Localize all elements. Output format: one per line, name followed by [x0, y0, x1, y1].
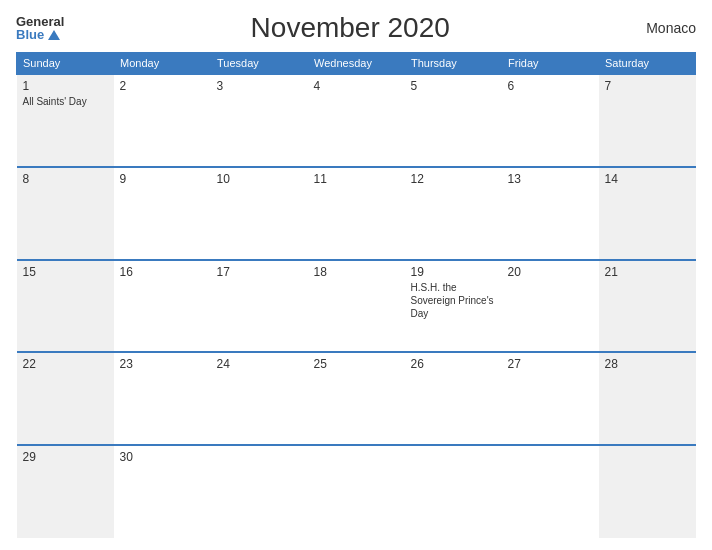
- day-cell-2-1: 16: [114, 260, 211, 353]
- week-row-2: 891011121314: [17, 167, 696, 260]
- calendar-page: General Blue November 2020 Monaco Sunday…: [0, 0, 712, 550]
- day-cell-3-1: 23: [114, 352, 211, 445]
- day-number: 8: [23, 172, 108, 186]
- day-cell-0-4: 5: [405, 74, 502, 167]
- day-number: 22: [23, 357, 108, 371]
- week-row-3: 1516171819H.S.H. the Sovereign Prince's …: [17, 260, 696, 353]
- day-cell-2-6: 21: [599, 260, 696, 353]
- logo: General Blue: [16, 15, 64, 41]
- day-cell-0-0: 1All Saints' Day: [17, 74, 114, 167]
- day-cell-0-5: 6: [502, 74, 599, 167]
- day-cell-4-3: [308, 445, 405, 538]
- weekday-header-row: Sunday Monday Tuesday Wednesday Thursday…: [17, 53, 696, 75]
- week-row-5: 2930: [17, 445, 696, 538]
- day-number: 9: [120, 172, 205, 186]
- week-row-4: 22232425262728: [17, 352, 696, 445]
- day-cell-0-1: 2: [114, 74, 211, 167]
- calendar-title: November 2020: [64, 12, 636, 44]
- day-number: 4: [314, 79, 399, 93]
- day-number: 29: [23, 450, 108, 464]
- day-cell-0-3: 4: [308, 74, 405, 167]
- day-number: 20: [508, 265, 593, 279]
- country-name: Monaco: [636, 20, 696, 36]
- day-cell-1-0: 8: [17, 167, 114, 260]
- day-number: 10: [217, 172, 302, 186]
- day-number: 15: [23, 265, 108, 279]
- day-cell-4-0: 29: [17, 445, 114, 538]
- day-number: 6: [508, 79, 593, 93]
- day-cell-3-3: 25: [308, 352, 405, 445]
- day-number: 26: [411, 357, 496, 371]
- calendar-table: Sunday Monday Tuesday Wednesday Thursday…: [16, 52, 696, 538]
- day-cell-3-2: 24: [211, 352, 308, 445]
- day-number: 30: [120, 450, 205, 464]
- day-cell-1-1: 9: [114, 167, 211, 260]
- day-cell-4-5: [502, 445, 599, 538]
- day-number: 12: [411, 172, 496, 186]
- event-text: H.S.H. the Sovereign Prince's Day: [411, 282, 494, 319]
- day-number: 3: [217, 79, 302, 93]
- day-cell-0-2: 3: [211, 74, 308, 167]
- col-wednesday: Wednesday: [308, 53, 405, 75]
- col-friday: Friday: [502, 53, 599, 75]
- day-cell-2-2: 17: [211, 260, 308, 353]
- col-saturday: Saturday: [599, 53, 696, 75]
- day-cell-2-4: 19H.S.H. the Sovereign Prince's Day: [405, 260, 502, 353]
- day-number: 11: [314, 172, 399, 186]
- day-number: 23: [120, 357, 205, 371]
- day-number: 25: [314, 357, 399, 371]
- col-thursday: Thursday: [405, 53, 502, 75]
- day-number: 5: [411, 79, 496, 93]
- col-monday: Monday: [114, 53, 211, 75]
- day-cell-1-4: 12: [405, 167, 502, 260]
- day-number: 14: [605, 172, 690, 186]
- event-text: All Saints' Day: [23, 96, 87, 107]
- logo-triangle-icon: [48, 30, 60, 40]
- day-cell-1-2: 10: [211, 167, 308, 260]
- day-number: 7: [605, 79, 690, 93]
- day-cell-2-3: 18: [308, 260, 405, 353]
- day-cell-3-4: 26: [405, 352, 502, 445]
- day-cell-1-5: 13: [502, 167, 599, 260]
- day-number: 27: [508, 357, 593, 371]
- day-cell-3-5: 27: [502, 352, 599, 445]
- day-cell-4-6: [599, 445, 696, 538]
- day-cell-2-5: 20: [502, 260, 599, 353]
- col-tuesday: Tuesday: [211, 53, 308, 75]
- day-number: 21: [605, 265, 690, 279]
- header: General Blue November 2020 Monaco: [16, 12, 696, 44]
- day-cell-4-4: [405, 445, 502, 538]
- day-cell-1-6: 14: [599, 167, 696, 260]
- day-number: 18: [314, 265, 399, 279]
- day-cell-4-1: 30: [114, 445, 211, 538]
- day-cell-2-0: 15: [17, 260, 114, 353]
- day-number: 1: [23, 79, 108, 93]
- day-number: 19: [411, 265, 496, 279]
- day-number: 28: [605, 357, 690, 371]
- week-row-1: 1All Saints' Day234567: [17, 74, 696, 167]
- day-cell-4-2: [211, 445, 308, 538]
- col-sunday: Sunday: [17, 53, 114, 75]
- logo-blue-text: Blue: [16, 28, 60, 41]
- day-cell-0-6: 7: [599, 74, 696, 167]
- day-cell-1-3: 11: [308, 167, 405, 260]
- day-cell-3-6: 28: [599, 352, 696, 445]
- day-number: 17: [217, 265, 302, 279]
- day-number: 13: [508, 172, 593, 186]
- day-number: 2: [120, 79, 205, 93]
- day-cell-3-0: 22: [17, 352, 114, 445]
- day-number: 24: [217, 357, 302, 371]
- day-number: 16: [120, 265, 205, 279]
